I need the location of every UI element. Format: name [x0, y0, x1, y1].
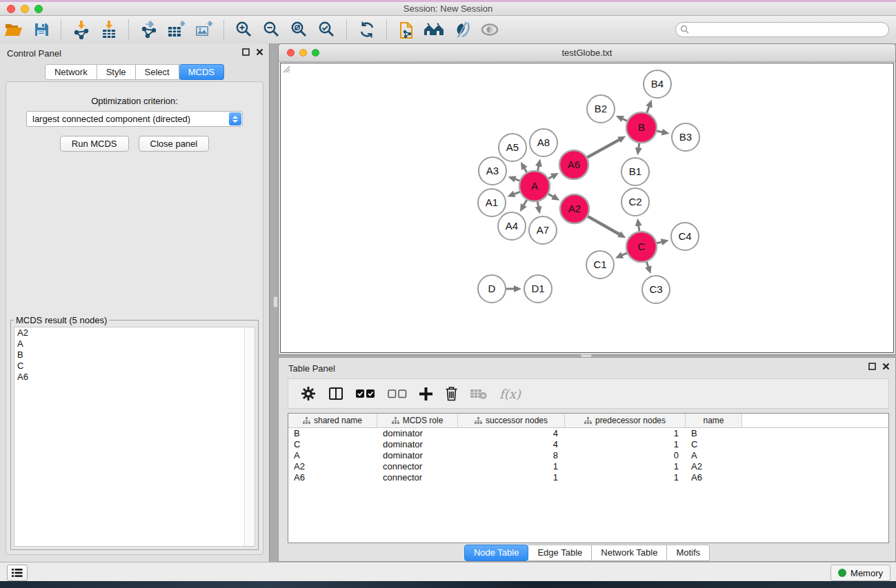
column-header-name[interactable]: name — [686, 414, 742, 427]
export-network-icon[interactable] — [137, 19, 161, 40]
cell-successor-nodes[interactable]: 1 — [458, 461, 565, 472]
result-item-b[interactable]: B — [14, 349, 255, 361]
cell-name[interactable]: A — [686, 450, 742, 461]
cell-successor-nodes[interactable]: 1 — [458, 472, 565, 483]
close-panel-icon[interactable] — [256, 48, 263, 56]
cell-name[interactable]: C — [686, 439, 742, 450]
cell-name[interactable]: A6 — [686, 472, 742, 483]
cell-shared-name[interactable]: A6 — [288, 472, 377, 483]
result-item-a6[interactable]: A6 — [14, 372, 255, 383]
cell-MCDS-role[interactable]: connector — [377, 472, 458, 483]
cell-successor-nodes[interactable]: 8 — [458, 450, 565, 461]
import-table-icon[interactable] — [97, 19, 121, 40]
cell-successor-nodes[interactable]: 4 — [458, 428, 565, 439]
graph-edge-A6-B[interactable] — [587, 139, 620, 157]
run-mcds-button[interactable]: Run MCDS — [60, 136, 129, 152]
control-panel-tabs: NetworkStyleSelectMCDS — [0, 64, 269, 80]
select-all-rows-icon[interactable] — [356, 389, 375, 398]
column-header-predecessor-nodes[interactable]: predecessor nodes — [565, 414, 686, 427]
graph-arrowhead-A-A8 — [535, 159, 542, 168]
float-table-panel-icon[interactable] — [868, 363, 876, 370]
table-row-a6[interactable]: A6connector11A6 — [288, 472, 888, 483]
result-item-c[interactable]: C — [14, 361, 255, 372]
cell-predecessor-nodes[interactable]: 1 — [565, 461, 686, 472]
result-list-scrollbar[interactable] — [244, 327, 255, 546]
cell-shared-name[interactable]: A — [288, 450, 377, 461]
add-column-icon[interactable] — [419, 387, 432, 401]
cell-predecessor-nodes[interactable]: 0 — [565, 450, 686, 461]
cell-successor-nodes[interactable]: 4 — [458, 439, 565, 450]
network-view-window: testGlobe.txt AA6A2BCA5A8A3A1A4A7B4B2B3B… — [278, 43, 896, 355]
graph-node-label-C3: C3 — [649, 283, 662, 295]
graph-arrowhead-C-C3 — [645, 265, 651, 274]
graph-node-label-C1: C1 — [593, 258, 606, 270]
cell-predecessor-nodes[interactable]: 1 — [565, 439, 686, 450]
close-panel-button[interactable]: Close panel — [139, 136, 210, 152]
tab-network-table[interactable]: Network Table — [592, 545, 667, 561]
graph-node-label-C: C — [638, 241, 646, 252]
tab-network[interactable]: Network — [45, 64, 97, 80]
show-hide-panel-eye-icon[interactable] — [478, 19, 501, 40]
search-input[interactable] — [675, 22, 889, 37]
tab-node-table[interactable]: Node Table — [464, 545, 529, 561]
export-image-icon[interactable] — [192, 19, 216, 40]
network-canvas[interactable]: AA6A2BCA5A8A3A1A4A7B4B2B3B1C2C4C1C3DD1 — [280, 63, 894, 353]
cell-predecessor-nodes[interactable]: 1 — [565, 472, 686, 483]
export-table-icon[interactable] — [165, 19, 188, 40]
result-item-a[interactable]: A — [14, 338, 255, 349]
cell-MCDS-role[interactable]: dominator — [377, 439, 458, 450]
table-row-c[interactable]: Cdominator41C — [288, 439, 888, 450]
refresh-view-icon[interactable] — [355, 19, 379, 40]
cell-MCDS-role[interactable]: dominator — [377, 428, 458, 439]
function-builder-icon-disabled: f(x) — [499, 387, 521, 401]
cell-MCDS-role[interactable]: connector — [377, 461, 458, 472]
deselect-all-rows-icon[interactable] — [388, 389, 407, 398]
cybrowser-home-icon[interactable] — [423, 19, 446, 40]
close-table-panel-icon[interactable] — [882, 363, 890, 370]
graph-arrowhead-B-B1 — [635, 148, 642, 156]
cell-MCDS-role[interactable]: dominator — [377, 450, 458, 461]
table-row-a2[interactable]: A2connector11A2 — [288, 461, 888, 472]
table-row-a[interactable]: Adominator80A — [288, 450, 888, 461]
zoom-selected-icon[interactable] — [315, 19, 339, 40]
cell-shared-name[interactable]: A2 — [288, 461, 377, 472]
tab-mcds[interactable]: MCDS — [179, 64, 224, 80]
cell-predecessor-nodes[interactable]: 1 — [565, 428, 686, 439]
cell-name[interactable]: B — [686, 428, 742, 439]
open-file-icon[interactable] — [2, 19, 26, 40]
tab-edge-table[interactable]: Edge Table — [528, 545, 592, 561]
column-header-shared-name[interactable]: shared name — [288, 414, 377, 427]
hide-graphics-details-icon[interactable] — [450, 19, 474, 40]
cell-shared-name[interactable]: B — [288, 428, 377, 439]
column-header-MCDS-role[interactable]: MCDS role — [377, 414, 458, 427]
network-from-file-icon[interactable] — [395, 19, 419, 40]
result-item-a2[interactable]: A2 — [14, 327, 255, 338]
graph-edge-A2-C[interactable] — [588, 216, 620, 235]
memory-button[interactable]: Memory — [830, 565, 890, 581]
cell-shared-name[interactable]: C — [288, 439, 377, 450]
save-session-icon[interactable] — [30, 19, 53, 40]
tab-style[interactable]: Style — [97, 64, 136, 80]
tab-motifs[interactable]: Motifs — [667, 545, 710, 561]
criterion-select[interactable]: largest connected component (directed) — [26, 111, 243, 127]
graph-node-label-B: B — [638, 121, 645, 133]
window-resize-grip[interactable] — [281, 63, 290, 73]
zoom-in-icon[interactable] — [232, 19, 256, 40]
task-history-button[interactable] — [7, 565, 28, 581]
mcds-result-group: MCDS result (5 nodes) A2ABCA6 — [10, 315, 259, 550]
zoom-out-icon[interactable] — [260, 19, 283, 40]
vertical-divider-handle[interactable] — [273, 296, 278, 307]
table-settings-gear-icon[interactable] — [301, 386, 316, 401]
graph-node-label-A4: A4 — [506, 220, 518, 232]
delete-column-trash-icon[interactable] — [445, 386, 458, 401]
float-panel-icon[interactable] — [242, 48, 250, 56]
tab-select[interactable]: Select — [136, 64, 179, 80]
import-network-icon[interactable] — [70, 19, 93, 40]
cell-name[interactable]: A2 — [686, 461, 742, 472]
table-row-b[interactable]: Bdominator41B — [288, 428, 888, 439]
search-icon — [680, 25, 689, 34]
zoom-fit-icon[interactable] — [288, 19, 311, 40]
select-columns-icon[interactable] — [328, 387, 344, 401]
graph-node-label-A5: A5 — [506, 141, 519, 153]
column-header-successor-nodes[interactable]: successor nodes — [458, 414, 565, 427]
